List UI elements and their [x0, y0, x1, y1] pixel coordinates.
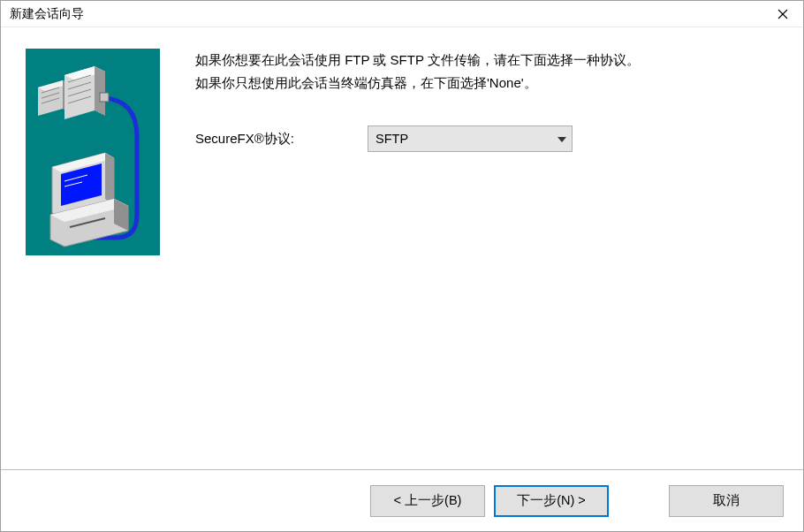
button-bar: < 上一步(B) 下一步(N) > 取消	[1, 470, 803, 531]
wizard-image	[26, 49, 160, 255]
protocol-select[interactable]: SFTP	[368, 125, 573, 152]
next-button[interactable]: 下一步(N) >	[494, 485, 609, 517]
svg-marker-19	[105, 153, 114, 204]
svg-marker-11	[95, 66, 105, 116]
wizard-content: 如果你想要在此会话使用 FTP 或 SFTP 文件传输，请在下面选择一种协议。 …	[1, 27, 803, 470]
wizard-main: 如果你想要在此会话使用 FTP 或 SFTP 文件传输，请在下面选择一种协议。 …	[195, 49, 778, 460]
title-bar: 新建会话向导	[1, 1, 803, 27]
protocol-selected-value: SFTP	[375, 132, 408, 146]
close-button[interactable]	[762, 1, 803, 27]
protocol-row: SecureFX®协议: SFTP	[195, 125, 778, 152]
back-button[interactable]: < 上一步(B)	[370, 485, 485, 517]
chevron-down-icon	[557, 132, 566, 146]
close-icon	[777, 9, 788, 19]
desc-line1: 如果你想要在此会话使用 FTP 或 SFTP 文件传输，请在下面选择一种协议。	[195, 49, 778, 72]
wizard-description: 如果你想要在此会话使用 FTP 或 SFTP 文件传输，请在下面选择一种协议。 …	[195, 49, 778, 94]
desc-line2: 如果你只想使用此会话当终端仿真器，在下面选择'None'。	[195, 72, 778, 95]
svg-marker-27	[557, 137, 566, 142]
protocol-label: SecureFX®协议:	[195, 131, 368, 148]
window-title: 新建会话向导	[10, 6, 84, 22]
svg-rect-16	[100, 93, 109, 102]
nav-button-group: < 上一步(B) 下一步(N) >	[370, 485, 609, 517]
cancel-button[interactable]: 取消	[669, 485, 784, 517]
